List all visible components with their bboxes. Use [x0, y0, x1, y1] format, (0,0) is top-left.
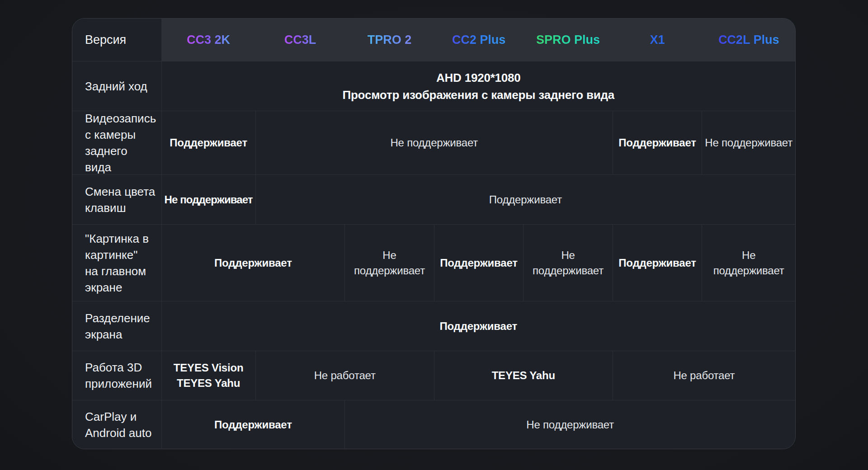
- cell-pip-cc2: Поддерживает: [434, 225, 524, 301]
- row-label-pip: "Картинка в картинке" на главном экране: [72, 225, 161, 301]
- cell-3d-yahu: TEYES Yahu: [434, 351, 613, 400]
- row-label-split-screen: Разделение экрана: [72, 301, 161, 351]
- cell-pip-tpro2: Не поддерживает: [345, 225, 434, 301]
- cell-recording-cc2l: Не поддерживает: [702, 111, 795, 174]
- cell-carplay-rest: Не поддерживает: [345, 400, 795, 449]
- cell-pip-cc2l: Не поддерживает: [702, 225, 795, 301]
- cell-recording-cc3-2k: Поддерживает: [162, 111, 255, 174]
- cell-pip-cc3: Поддерживает: [162, 225, 345, 301]
- cell-recording-mid: Не поддерживает: [256, 111, 613, 174]
- row-label-rear-camera-recording: Видеозапись с камеры заднего вида: [72, 111, 161, 174]
- cell-key-color-cc3-2k: Не поддерживает: [162, 175, 255, 224]
- cell-3d-left: Не работает: [256, 351, 434, 400]
- cell-carplay-cc3: Поддерживает: [162, 400, 345, 449]
- product-header-spro-plus: SPRO Plus: [524, 19, 613, 61]
- row-label-rear-view: Задний ход: [72, 61, 161, 111]
- row-label-key-color: Смена цвета клавиш: [72, 175, 161, 224]
- row-label-3d-apps: Работа 3D приложений: [72, 351, 161, 400]
- product-header-cc3-2k: CC3 2K: [162, 19, 255, 61]
- cell-key-color-rest: Поддерживает: [256, 175, 795, 224]
- product-header-cc3l: CC3L: [256, 19, 345, 61]
- cell-pip-spro: Не поддерживает: [524, 225, 613, 301]
- product-header-cc2-plus: CC2 Plus: [434, 19, 524, 61]
- cell-recording-x1: Поддерживает: [613, 111, 702, 174]
- version-header-cell: Версия: [72, 19, 161, 61]
- cell-3d-right: Не работает: [613, 351, 795, 400]
- product-header-tpro-2: TPRO 2: [345, 19, 434, 61]
- product-header-x1: X1: [613, 19, 702, 61]
- cell-rear-view-all: AHD 1920*1080 Просмотр изображения с кам…: [162, 61, 795, 111]
- row-label-carplay: CarPlay и Android auto: [72, 400, 161, 449]
- comparison-table: Версия CC3 2K CC3L TPRO 2 CC2 Plus SPRO …: [72, 18, 796, 449]
- product-header-cc2l-plus: CC2L Plus: [702, 19, 795, 61]
- cell-pip-x1: Поддерживает: [613, 225, 702, 301]
- cell-3d-cc3-2k: TEYES Vision TEYES Yahu: [162, 351, 255, 400]
- cell-split-screen-all: Поддерживает: [162, 301, 795, 351]
